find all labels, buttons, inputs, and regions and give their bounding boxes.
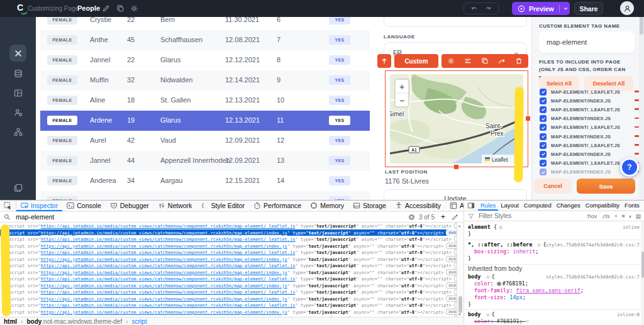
event-badge[interactable]: event (446, 295, 457, 302)
event-badge[interactable]: event (446, 309, 457, 315)
file-checkbox-checked[interactable] (540, 115, 547, 122)
page-settings-icon[interactable] (130, 4, 138, 13)
css-property[interactable]: font-size (474, 294, 503, 300)
table-row[interactable]: FEMALE YES (40, 191, 370, 200)
gear-icon[interactable] (498, 225, 503, 230)
element-settings-icon[interactable] (447, 57, 455, 65)
breadcrumb-item[interactable]: html (4, 318, 17, 325)
file-checkbox-checked[interactable] (540, 124, 547, 131)
user-avatar[interactable] (620, 1, 634, 15)
sidebar-item-database[interactable] (9, 65, 26, 82)
leaflet-map[interactable]: A1 Gimel Saint- Prex Leaflet + − (390, 74, 523, 163)
css-property[interactable]: font-family (474, 287, 509, 294)
file-row[interactable]: MAP-ELEMENT/_LEAFLET.JS (540, 141, 620, 150)
file-row[interactable]: MAP-ELEMENT/_LEAFLET.JS (540, 123, 620, 132)
file-row[interactable]: MAP-ELEMENT/INDEX.JS (540, 96, 611, 105)
script-src-link[interactable]: https://api.jetadmin.io/media/custom_vie… (41, 250, 296, 255)
file-checkbox-checked[interactable] (540, 106, 547, 113)
table-row[interactable]: FEMALE Anthe 45 Schaffhausen 12.08.2021 … (40, 30, 370, 50)
table-row[interactable]: FEMALE Jannel 44 Appenzell Innerrhoden 1… (40, 151, 370, 171)
markup-script-node[interactable]: <script src="https://api.jetadmin.io/med… (0, 282, 457, 289)
chevron-down-icon[interactable] (563, 6, 569, 11)
style-source-link[interactable]: styles.75db93674afb3d4e82c0.css:7 (546, 241, 640, 248)
event-badge[interactable]: event (446, 229, 457, 236)
devtools-tab-inspector[interactable]: Inspector (16, 201, 62, 211)
script-src-link[interactable]: https://api.jetadmin.io/media/custom_vie… (41, 277, 296, 282)
tag-name-input[interactable] (539, 31, 635, 53)
app-scrollbar[interactable] (639, 0, 644, 200)
table-row[interactable]: FEMALE Jannel 22 Glarus 12.12.2021 8 YES (40, 50, 370, 70)
gear-icon[interactable] (486, 275, 491, 280)
markup-script-node[interactable]: <script src="https://api.jetadmin.io/med… (0, 309, 457, 316)
gear-icon[interactable] (486, 312, 491, 317)
script-src-link[interactable]: https://api.jetadmin.io/media/custom_vie… (41, 290, 296, 295)
script-src-link[interactable]: https://api.jetadmin.io/media/custom_vie… (41, 284, 287, 289)
script-src-link[interactable]: https://api.jetadmin.io/media/custom_vie… (41, 244, 287, 249)
file-row[interactable]: MAP-ELEMENT/INDEX.JS (540, 114, 611, 123)
markup-script-node[interactable]: <script src="https://api.jetadmin.io/med… (0, 243, 457, 250)
scroll-down-icon[interactable]: ▾ (458, 312, 460, 316)
css-property[interactable]: color (474, 318, 491, 324)
event-badge[interactable]: event (446, 269, 457, 275)
table-row[interactable]: FEMALE Aurel 42 Vaud 12.09.2021 12 YES (40, 131, 370, 151)
breadcrumb-item-selected[interactable]: script (132, 318, 147, 325)
devtools-tab-performance[interactable]: Performance (249, 201, 306, 211)
table-row[interactable]: FEMALE Muffin 32 Nidwalden 12.14.2021 9 … (40, 70, 370, 91)
file-row[interactable]: MAP-ELEMENT/_LEAFLET.JS (540, 87, 620, 96)
resize-handle-bottom[interactable] (454, 165, 458, 169)
file-checkbox-checked[interactable] (540, 142, 547, 149)
script-src-link[interactable]: https://api.jetadmin.io/media/custom_vie… (41, 231, 287, 236)
sidebar-item-users[interactable] (9, 104, 26, 121)
file-row[interactable]: MAP-ELEMENT/_LEAFLET.JS (540, 105, 620, 114)
light-theme-icon[interactable]: ☀ (621, 213, 626, 219)
sidebar-item-layout[interactable] (9, 84, 26, 101)
markup-script-node[interactable]: <script src="https://api.jetadmin.io/med… (0, 295, 457, 302)
help-button[interactable]: ? (620, 158, 639, 177)
file-row[interactable]: MAP-ELEMENT/INDEX.JS (540, 150, 611, 158)
event-badge[interactable]: event (446, 256, 457, 262)
rules-toolbar-button[interactable]: + (614, 213, 618, 219)
rules-tab-computed[interactable]: Computed (521, 201, 554, 211)
rules-tab-compatibility[interactable]: Compatibility (583, 201, 622, 211)
script-src-link[interactable]: https://api.jetadmin.io/media/custom_vie… (41, 224, 296, 229)
cancel-button[interactable]: Cancel (534, 179, 572, 194)
devtools-tab-style-editor[interactable]: { } Style Editor (196, 201, 249, 211)
rules-toolbar-button[interactable]: .cls (601, 213, 610, 219)
gear-icon[interactable] (536, 243, 541, 248)
file-checkbox-checked[interactable] (540, 151, 547, 158)
save-button[interactable]: Save (577, 179, 635, 194)
rules-tab-fonts[interactable]: Fonts (622, 201, 642, 211)
markup-script-node[interactable]: <script src="https://api.jetadmin.io/med… (0, 302, 457, 309)
file-row[interactable]: MAP-ELEMENT/INDEX.JS (540, 168, 611, 176)
script-src-link[interactable]: https://api.jetadmin.io/media/custom_vie… (41, 263, 296, 268)
file-checkbox-checked[interactable] (540, 168, 547, 175)
rules-toolbar-button[interactable]: :hov (586, 213, 597, 219)
markup-script-node[interactable]: <script src="https://api.jetadmin.io/med… (0, 289, 457, 295)
element-type-badge[interactable]: Custom (394, 54, 438, 68)
markup-script-node[interactable]: <script src="https://api.jetadmin.io/med… (0, 229, 457, 236)
rules-list[interactable]: element { inline } *, ::after, ::before … (464, 221, 644, 325)
edit-page-icon[interactable] (102, 4, 110, 13)
element-share-icon[interactable] (498, 57, 506, 65)
pick-element-icon[interactable] (0, 201, 16, 211)
markup-search-input[interactable] (14, 212, 408, 221)
file-checkbox-checked[interactable] (540, 89, 547, 96)
sidebar-item-pages[interactable] (9, 179, 26, 196)
devtools-tab-memory[interactable]: Memory (306, 201, 348, 211)
markup-script-node[interactable]: <script src="https://api.jetadmin.io/med… (0, 256, 457, 263)
markup-script-node[interactable]: <script src="https://api.jetadmin.io/med… (0, 249, 457, 256)
script-src-link[interactable]: https://api.jetadmin.io/media/custom_vie… (41, 270, 287, 275)
markup-script-node[interactable]: <script src="https://api.jetadmin.io/med… (0, 269, 457, 276)
element-duplicate-icon[interactable] (481, 57, 489, 65)
contrast-icon[interactable]: ◐ (629, 213, 632, 219)
script-src-link[interactable]: https://api.jetadmin.io/media/custom_vie… (41, 303, 296, 308)
scroll-up-icon[interactable]: ▴ (458, 223, 460, 228)
rules-tab-rules[interactable]: Rules (478, 201, 498, 211)
table-row[interactable]: FEMALE Ardene 19 Glarus 12.13.2021 11 YE… (40, 111, 370, 131)
event-badge[interactable]: event (446, 243, 457, 249)
devtools-tab-network[interactable]: Network (153, 201, 197, 211)
rules-tab-layout[interactable]: Layout (498, 201, 521, 211)
script-src-link[interactable]: https://api.jetadmin.io/media/custom_vie… (41, 297, 287, 302)
table-row[interactable]: FEMALE Aline 18 St. Gallen 12.13.2021 10… (40, 91, 370, 111)
css-property[interactable]: color (474, 280, 491, 287)
